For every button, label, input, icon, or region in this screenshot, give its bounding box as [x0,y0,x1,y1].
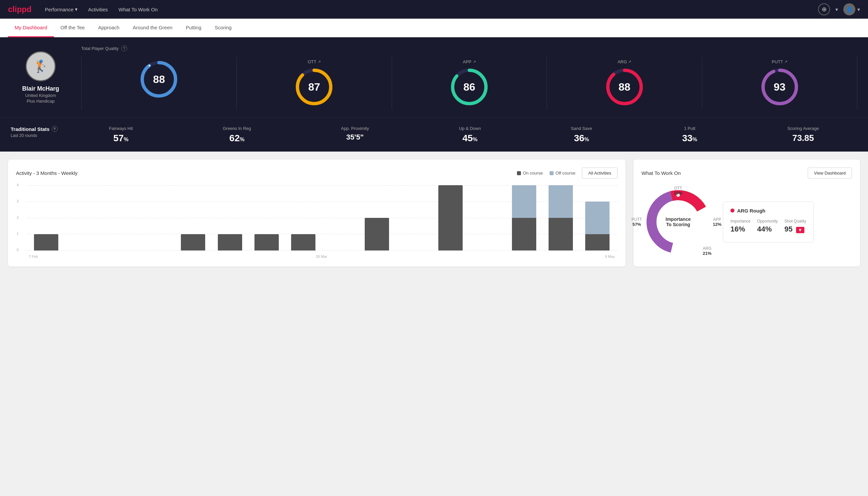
on-course-bar [34,234,58,250]
arg-label: ARG ↗ [617,59,631,64]
activity-card-header: Activity - 3 Months - Weekly On course O… [16,168,617,179]
putt-donut-label: PUTT 57% [632,217,642,227]
chart-legend: On course Off course [517,171,575,175]
activity-chart-title: Activity - 3 Months - Weekly [16,170,78,176]
app-label: APP ↗ [463,59,476,64]
bars-container [26,185,617,250]
nav-activities[interactable]: Activities [88,7,108,12]
nav-performance[interactable]: Performance ▾ [45,6,78,12]
metric-opportunity: Opportunity 44% [757,219,778,233]
stats-help-icon[interactable]: ? [52,126,58,132]
ott-score: 87 [308,81,320,93]
help-icon[interactable]: ? [121,45,127,51]
bar-group [286,185,321,250]
player-country: United Kingdom [25,93,56,98]
svg-point-16 [700,210,703,214]
putt-score: 93 [774,81,786,93]
player-handicap: Plus Handicap [27,98,54,104]
chevron-down-icon: ▾ [857,6,860,13]
nav-right: ⊕ ▾ 👤 ▾ [818,3,860,15]
tab-putting[interactable]: Putting [179,19,208,37]
player-name: Blair McHarg [22,85,59,92]
work-inner: Importance To Scoring OTT 10% APP 12% AR… [642,185,852,259]
stats-items: Fairways Hit 57% Greens In Reg 62% App. … [70,126,857,143]
off-course-dot [550,171,554,175]
x-labels: 7 Feb 28 Mar 9 May [26,254,617,259]
stats-row: Traditional Stats ? Last 20 rounds Fairw… [0,118,868,152]
user-menu[interactable]: 👤 ▾ [843,3,860,15]
stats-label-section: Traditional Stats ? Last 20 rounds [11,126,70,138]
down-badge: ▼ [796,227,804,233]
tab-my-dashboard[interactable]: My Dashboard [8,19,54,37]
app-donut-label: APP 12% [713,217,722,227]
bar-chart: 4 3 2 1 0 7 Feb 28 Mar 9 May [16,185,617,259]
stat-1-putt: 1 Putt 33% [682,126,697,143]
work-card: What To Work On View Dashboard [633,159,860,266]
score-card-overall: 88 [82,57,237,110]
ott-circle: 87 [294,67,334,107]
on-course-bar [585,234,610,250]
score-card-putt: PUTT ↗ 93 [702,57,857,110]
putt-circle: 93 [760,67,800,107]
on-course-bar [438,185,463,250]
sub-nav: My Dashboard Off the Tee Approach Around… [0,19,868,37]
nav-what-to-work-on[interactable]: What To Work On [119,7,158,12]
top-nav: clippd Performance ▾ Activities What To … [0,0,868,19]
app-circle: 86 [449,67,489,107]
scores-title: Total Player Quality ? [81,45,857,51]
stat-fairways-hit: Fairways Hit 57% [109,126,133,143]
tab-around-the-green[interactable]: Around the Green [126,19,179,37]
score-card-ott: OTT ↗ 87 [237,57,392,110]
bar-group [102,185,137,250]
on-course-bar [549,218,573,250]
on-course-bar [218,234,242,250]
view-dashboard-button[interactable]: View Dashboard [808,168,852,179]
app-score: 86 [463,81,475,93]
add-button[interactable]: ⊕ [818,3,830,15]
metric-shot-quality: Shot Quality 95 ▼ [784,219,806,233]
stat-scoring-average: Scoring Average 73.85 [787,126,819,143]
bar-group [176,185,210,250]
arg-circle: 88 [604,67,645,107]
logo[interactable]: clippd [8,5,32,14]
bar-group [507,185,541,250]
bar-group [433,185,468,250]
score-card-arg: ARG ↗ 88 [547,57,702,110]
putt-label: PUTT ↗ [772,59,787,64]
tab-scoring[interactable]: Scoring [208,19,238,37]
off-course-bar [585,202,610,234]
stat-app-proximity: App. Proximity 35'5" [341,126,369,143]
bar-group [396,185,431,250]
red-dot-icon [730,208,735,213]
player-avatar: 🏌️ [26,51,56,81]
legend-off-course: Off course [550,171,575,175]
bar-group [249,185,284,250]
bar-group [470,185,505,250]
on-course-bar [512,218,536,250]
tab-off-the-tee[interactable]: Off the Tee [54,19,92,37]
overall-circle: 88 [139,59,179,99]
stat-sand-save: Sand Save 36% [571,126,592,143]
arg-donut-label: ARG 21% [703,246,711,256]
on-course-bar [365,218,389,250]
work-card-title: What To Work On [642,170,681,176]
score-cards: 88 OTT ↗ 87 [81,57,857,110]
score-card-app: APP ↗ 86 [392,57,547,110]
all-activities-button[interactable]: All Activities [582,168,617,179]
trend-up-icon: ↗ [628,60,631,64]
bar-group [212,185,247,250]
svg-point-17 [677,247,680,250]
donut-center: Importance To Scoring [665,217,691,227]
bar-group [580,185,615,250]
tab-approach[interactable]: Approach [91,19,126,37]
on-course-bar [254,234,279,250]
stats-sublabel: Last 20 rounds [11,133,70,138]
main-content: Activity - 3 Months - Weekly On course O… [0,152,868,275]
hero-section: 🏌️ Blair McHarg United Kingdom Plus Hand… [0,37,868,118]
chevron-down-icon[interactable]: ▾ [835,6,838,13]
logo-text: clippd [8,5,32,14]
trend-up-icon: ↗ [473,60,476,64]
bar-group [139,185,174,250]
bar-group [359,185,394,250]
stats-label: Traditional Stats ? [11,126,70,132]
